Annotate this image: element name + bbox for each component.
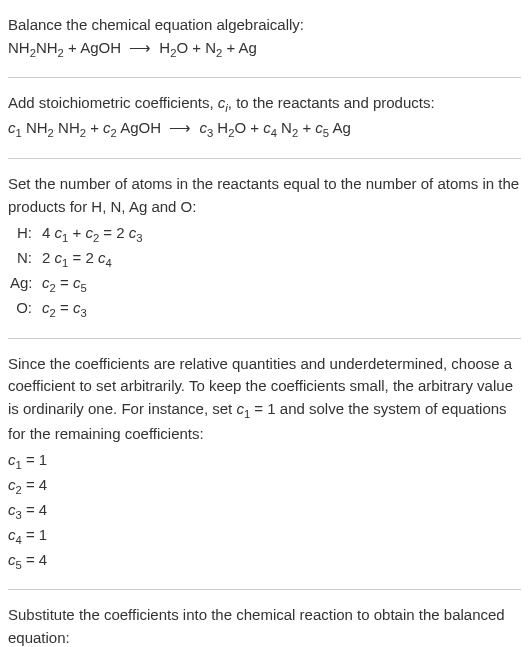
coeff: c xyxy=(263,119,271,136)
atom-label: Ag: xyxy=(10,272,42,295)
eq-part: H xyxy=(155,39,170,56)
solution-row: c2 = 4 xyxy=(8,474,521,499)
atom-row-n: N: 2 c1 = 2 c4 xyxy=(10,247,521,272)
atom-equation: c2 = c3 xyxy=(42,297,87,322)
unbalanced-equation: NH2NH2 + AgOH ⟶ H2O + N2 + Ag xyxy=(8,37,521,62)
eq-part: H xyxy=(213,119,228,136)
coefficients-text: Add stoichiometric coefficients, ci, to … xyxy=(8,92,521,117)
solve-text: Since the coefficients are relative quan… xyxy=(8,353,521,445)
eq-part: AgOH xyxy=(117,119,165,136)
eq-part: + xyxy=(86,119,103,136)
eq-part: + AgOH xyxy=(64,39,125,56)
coeff: c xyxy=(103,119,111,136)
coeff: c xyxy=(315,119,323,136)
eq-part: NH xyxy=(54,119,80,136)
atom-label: H: xyxy=(10,222,42,245)
stoichiometric-equation: c1 NH2 NH2 + c2 AgOH ⟶ c3 H2O + c4 N2 + … xyxy=(8,117,521,142)
coeff: c xyxy=(236,400,244,417)
eq-part: NH xyxy=(36,39,58,56)
section-atom-balance: Set the number of atoms in the reactants… xyxy=(8,158,521,328)
result-text: Substitute the coefficients into the che… xyxy=(8,604,521,647)
reaction-arrow: ⟶ xyxy=(129,37,151,60)
coeff: c xyxy=(8,119,16,136)
atom-equation: 4 c1 + c2 = 2 c3 xyxy=(42,222,143,247)
eq-part: + Ag xyxy=(222,39,257,56)
atom-equation: 2 c1 = 2 c4 xyxy=(42,247,112,272)
text-part: Add stoichiometric coefficients, xyxy=(8,94,218,111)
problem-text: Balance the chemical equation algebraica… xyxy=(8,14,521,37)
eq-part: NH xyxy=(8,39,30,56)
text-part: , to the reactants and products: xyxy=(228,94,435,111)
eq-part: N xyxy=(277,119,292,136)
atom-label: O: xyxy=(10,297,42,320)
solution-row: c1 = 1 xyxy=(8,449,521,474)
section-result: Substitute the coefficients into the che… xyxy=(8,589,521,647)
atom-balance-text: Set the number of atoms in the reactants… xyxy=(8,173,521,218)
atom-row-h: H: 4 c1 + c2 = 2 c3 xyxy=(10,222,521,247)
reaction-arrow: ⟶ xyxy=(169,117,191,140)
eq-part: O + xyxy=(234,119,263,136)
section-coefficients: Add stoichiometric coefficients, ci, to … xyxy=(8,77,521,148)
coefficient-solutions: c1 = 1 c2 = 4 c3 = 4 c4 = 1 c5 = 4 xyxy=(8,449,521,573)
solution-row: c3 = 4 xyxy=(8,499,521,524)
atom-row-ag: Ag: c2 = c5 xyxy=(10,272,521,297)
solution-row: c5 = 4 xyxy=(8,549,521,574)
atom-equation: c2 = c5 xyxy=(42,272,87,297)
section-problem: Balance the chemical equation algebraica… xyxy=(8,8,521,67)
eq-part: NH xyxy=(22,119,48,136)
solution-row: c4 = 1 xyxy=(8,524,521,549)
eq-part: Ag xyxy=(329,119,351,136)
eq-part: O + N xyxy=(176,39,216,56)
atom-row-o: O: c2 = c3 xyxy=(10,297,521,322)
section-solve: Since the coefficients are relative quan… xyxy=(8,338,521,580)
eq-part: + xyxy=(298,119,315,136)
atom-label: N: xyxy=(10,247,42,270)
atom-balance-table: H: 4 c1 + c2 = 2 c3 N: 2 c1 = 2 c4 Ag: c… xyxy=(10,222,521,322)
coeff: c xyxy=(199,119,207,136)
